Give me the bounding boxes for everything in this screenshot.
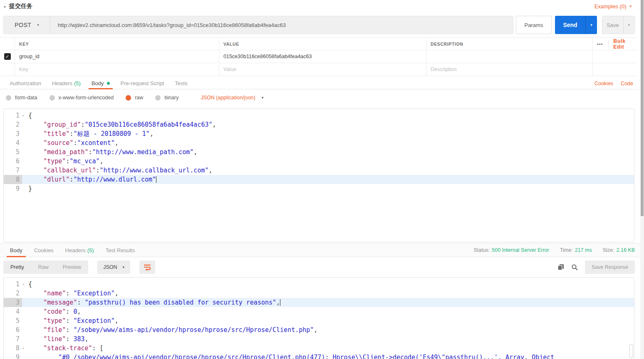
more-options-icon[interactable]: ••• [597,42,603,47]
code-line[interactable]: 5 "type": "Exception", [4,316,634,325]
line-number: 2 [4,120,22,129]
code-line[interactable]: 8 "dlurl":"http://www.dlurl.com" [4,175,634,184]
tab-tests[interactable]: Tests [169,78,193,89]
code-text[interactable]: "group_id":"015ce30b116ce86058fa6ab4fea4… [28,120,634,129]
param-description-field[interactable] [426,50,593,63]
code-text[interactable]: "file": "/sobey/www/aims-api/vendor/hpro… [28,325,634,334]
tab-pre-request-script[interactable]: Pre-request Script [115,78,170,89]
code-line[interactable]: 7 "line": 383, [4,334,634,344]
copy-response-button[interactable] [557,264,565,271]
code-link[interactable]: Code [621,81,633,86]
code-text[interactable]: "dlurl":"http://www.dlurl.com" [28,175,634,184]
response-tab-cookies[interactable]: Cookies [28,243,59,257]
line-number: 9 [4,184,22,193]
tab-authorization[interactable]: Authorization [4,78,47,89]
save-options-caret[interactable]: ▾ [623,16,634,34]
code-text[interactable]: "type":"mc_vca", [28,157,634,166]
fold-gutter [22,166,28,175]
view-raw-button[interactable]: Raw [31,261,56,274]
save-button[interactable]: Save [602,16,623,34]
code-line[interactable]: 5 "media_path":"http://www.media_path.co… [4,148,634,157]
save-response-button[interactable]: Save Response [585,261,635,274]
code-line[interactable]: 6 "file": "/sobey/www/aims-api/vendor/hp… [4,325,634,334]
request-body-editor[interactable]: 1▾{2 "group_id":"015ce30b116ce86058fa6ab… [3,108,634,242]
collapse-caret-icon[interactable]: ▸ [4,4,6,9]
code-line[interactable]: 3 "message": "passthru() has been disabl… [4,298,634,307]
code-text[interactable]: "stack-trace": [ [28,344,634,353]
view-pretty-button[interactable]: Pretty [3,261,31,274]
radio-raw[interactable]: raw [126,95,143,101]
copy-icon [557,264,565,271]
code-line[interactable]: 6 "type":"mc_vca", [4,157,634,166]
search-response-button[interactable] [571,264,578,271]
code-text[interactable]: "source":"xcontent", [28,138,634,148]
radio-binary[interactable]: binary [155,95,178,101]
new-value-field[interactable]: Value [219,63,426,76]
response-body-editor[interactable]: 1▾{2 "name": "Exception",3 "message": "p… [3,277,634,359]
code-text[interactable]: "name": "Exception", [28,289,634,298]
code-text[interactable]: { [28,280,634,289]
method-dropdown[interactable]: POST ▾ [4,16,50,34]
tab-headers[interactable]: Headers (5) [47,78,86,89]
send-options-caret[interactable]: ▾ [585,16,597,34]
request-url-row: POST ▾ http://wjdev2.chinamcloud.com:865… [3,16,635,34]
bulk-edit-link[interactable]: Bulk Edit [613,38,632,50]
fold-gutter [22,325,28,334]
fold-gutter [22,148,28,157]
status-badge: Status: 500 Internal Server Error [473,247,549,253]
param-value-field[interactable]: 015ce30b116ce86058fa6ab4fea4ac63 [219,50,426,63]
wrap-text-button[interactable] [139,261,155,274]
fold-gutter [22,334,28,344]
new-description-field[interactable]: Description [426,63,593,76]
response-editor-scroll-thumb[interactable] [629,344,633,358]
response-tab-headers[interactable]: Headers (5) [59,243,100,257]
code-text[interactable]: "callback_url":"http://www.callback_url.… [28,166,634,175]
wrap-text-icon [143,264,151,270]
response-tab-body[interactable]: Body [4,243,28,257]
code-text[interactable]: "line": 383, [28,334,634,344]
response-format-dropdown[interactable]: JSON ▾ [97,261,130,274]
code-text[interactable]: "type": "Exception", [28,316,634,325]
code-text[interactable]: "#0 /sobey/www/aims-api/vendor/hprose/hp… [28,353,634,359]
code-text[interactable]: "title":"标题 - 20180809 - 1", [28,129,634,138]
param-checkbox[interactable]: ✓ [4,53,11,60]
params-button[interactable]: Params [516,16,552,34]
code-line[interactable]: 8▾ "stack-trace": [ [4,344,634,353]
chevron-down-icon[interactable]: ▾ [262,96,264,100]
code-line[interactable]: 7 "callback_url":"http://www.callback_ur… [4,166,634,175]
code-text[interactable]: "message": "passthru() has been disabled… [28,298,634,307]
response-tab-test-results[interactable]: Test Results [100,243,141,257]
fold-caret-icon[interactable]: ▾ [22,344,28,353]
code-line[interactable]: 2 "group_id":"015ce30b116ce86058fa6ab4fe… [4,120,634,129]
url-input[interactable]: http://wjdev2.chinamcloud.com:8659/v1/ta… [50,16,286,34]
scrollbar-thumb-icon[interactable] [641,0,644,216]
code-line[interactable]: 2 "name": "Exception", [4,289,634,298]
code-text[interactable]: { [28,111,634,120]
tab-body[interactable]: Body [86,78,115,89]
code-text[interactable]: "code": 0, [28,307,634,316]
code-line[interactable]: 1▾{ [4,111,634,120]
chevron-down-icon: ▾ [122,265,124,269]
code-line[interactable]: 1▾{ [4,280,634,289]
radio-icon [50,95,55,101]
code-text[interactable]: } [28,184,634,193]
fold-caret-icon[interactable]: ▾ [22,280,28,289]
raw-format-dropdown[interactable]: JSON (application/json) [201,95,255,101]
code-line[interactable]: 9} [4,184,634,193]
param-key-field[interactable]: group_id [15,50,219,63]
new-key-field[interactable]: Key [15,63,219,76]
code-text[interactable]: "media_path":"http://www.media_path.com"… [28,148,634,157]
radio-x-www-form-urlencoded[interactable]: x-www-form-urlencoded [50,95,114,101]
search-icon [571,264,578,271]
code-line[interactable]: 4 "source":"xcontent", [4,138,634,148]
code-line[interactable]: 9 "#0 /sobey/www/aims-api/vendor/hprose/… [4,353,634,359]
send-button[interactable]: Send [555,16,585,34]
code-line[interactable]: 4 "code": 0, [4,307,634,316]
cookies-link[interactable]: Cookies [594,81,613,86]
fold-caret-icon[interactable]: ▾ [22,111,28,120]
code-line[interactable]: 3 "title":"标题 - 20180809 - 1", [4,129,634,138]
radio-form-data[interactable]: form-data [6,95,37,101]
examples-dropdown[interactable]: Examples (0) ▾ [594,3,632,10]
page-scrollbar[interactable] [640,0,644,359]
view-preview-button[interactable]: Preview [56,261,88,274]
